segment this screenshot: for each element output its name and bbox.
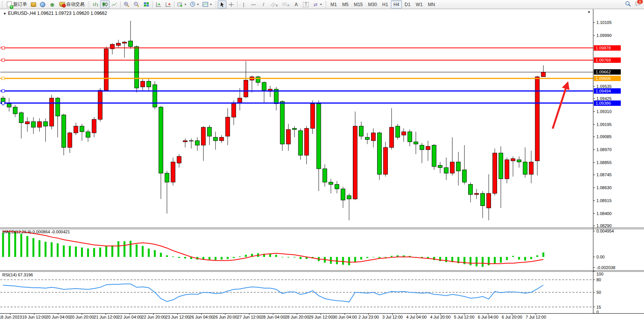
- candle-body[interactable]: [56, 98, 60, 116]
- candle-body[interactable]: [62, 115, 66, 147]
- candle-body[interactable]: [31, 122, 35, 128]
- candle-body[interactable]: [402, 132, 406, 135]
- candle-body[interactable]: [256, 77, 260, 83]
- candle-body[interactable]: [450, 162, 454, 173]
- candle-body[interactable]: [183, 141, 187, 142]
- candle-body[interactable]: [359, 126, 363, 136]
- crosshair-tool-button[interactable]: [226, 0, 236, 8]
- price-line-handle[interactable]: [2, 59, 5, 61]
- candle-body[interactable]: [353, 126, 357, 199]
- line-chart-button[interactable]: [110, 0, 119, 8]
- search-button[interactable]: [625, 1, 631, 8]
- zoom-out-button[interactable]: [132, 0, 142, 8]
- candle-body[interactable]: [462, 170, 467, 182]
- candle-body[interactable]: [92, 120, 96, 133]
- candle-body[interactable]: [165, 173, 169, 182]
- candle-body[interactable]: [134, 46, 139, 88]
- candle-body[interactable]: [395, 126, 400, 137]
- candle-body[interactable]: [201, 127, 206, 145]
- timeframe-d1-button[interactable]: D1: [402, 0, 413, 8]
- candle-body[interactable]: [408, 132, 412, 142]
- horizontal-line-tool[interactable]: —: [249, 0, 258, 8]
- timeframe-mn-button[interactable]: MN: [425, 0, 438, 8]
- candle-body[interactable]: [499, 153, 503, 179]
- periods-button[interactable]: ▾: [188, 0, 201, 8]
- candle-body[interactable]: [329, 182, 333, 185]
- trendline-tool[interactable]: /: [258, 0, 268, 8]
- cursor-tool-button[interactable]: [218, 0, 226, 8]
- candle-body[interactable]: [68, 133, 72, 147]
- candle-body[interactable]: [177, 156, 181, 163]
- candle-body[interactable]: [207, 127, 212, 136]
- candle-body[interactable]: [104, 49, 108, 90]
- candle-body[interactable]: [238, 98, 242, 103]
- candle-body[interactable]: [389, 127, 394, 147]
- candle-body[interactable]: [159, 107, 163, 173]
- candle-body[interactable]: [371, 133, 375, 141]
- price-line-handle[interactable]: [2, 46, 5, 49]
- chart-shift-button[interactable]: [163, 0, 173, 8]
- candle-body[interactable]: [43, 122, 48, 126]
- candle-body[interactable]: [420, 145, 424, 150]
- candle-body[interactable]: [140, 81, 145, 87]
- candle-body[interactable]: [414, 142, 418, 144]
- vertical-line-tool[interactable]: |: [239, 0, 249, 8]
- candle-body[interactable]: [147, 81, 151, 87]
- candle-body[interactable]: [511, 159, 515, 161]
- candle-body[interactable]: [487, 193, 491, 208]
- arrows-tool[interactable]: ⇄ ▾: [311, 0, 324, 8]
- candle-body[interactable]: [37, 122, 41, 128]
- candle-body[interactable]: [444, 167, 448, 173]
- chart-canvas[interactable]: [0, 9, 644, 322]
- candle-body[interactable]: [323, 169, 327, 182]
- timeframe-w1-button[interactable]: W1: [413, 0, 425, 8]
- timeframe-h4-button[interactable]: H4: [391, 0, 402, 8]
- autotrade-button[interactable]: 自动交易: [57, 0, 86, 8]
- candle-body[interactable]: [341, 189, 345, 200]
- text-label-tool[interactable]: T: [301, 0, 311, 8]
- timeframe-m15-button[interactable]: M15: [351, 0, 365, 8]
- bar-chart-button[interactable]: [91, 0, 100, 8]
- timeframe-m1-button[interactable]: M1: [328, 0, 340, 8]
- price-line-handle[interactable]: [2, 77, 5, 80]
- chart-profile-button[interactable]: [29, 0, 38, 8]
- candle-body[interactable]: [74, 126, 78, 133]
- candle-body[interactable]: [426, 146, 430, 150]
- candle-body[interactable]: [189, 141, 193, 141]
- candle-body[interactable]: [304, 128, 309, 155]
- price-line-handle[interactable]: [2, 102, 5, 104]
- channel-tool[interactable]: E: [268, 0, 280, 8]
- candle-body[interactable]: [25, 122, 29, 124]
- chart-plot[interactable]: ▼EURUSD-,H4 1.09621 1.09723 1.09620 1.09…: [0, 9, 644, 322]
- zoom-in-button[interactable]: [122, 0, 132, 8]
- candle-body[interactable]: [365, 137, 370, 140]
- candle-body[interactable]: [244, 80, 248, 97]
- candle-body[interactable]: [456, 162, 461, 171]
- timeframe-h1-button[interactable]: H1: [379, 0, 391, 8]
- indicators-button[interactable]: ▾: [175, 0, 188, 8]
- candle-body[interactable]: [347, 196, 351, 199]
- candle-body[interactable]: [86, 132, 90, 137]
- candle-body[interactable]: [286, 129, 290, 144]
- candle-body[interactable]: [517, 160, 521, 162]
- terminal-button[interactable]: [38, 0, 47, 8]
- new-order-button[interactable]: + 新订单: [4, 0, 29, 8]
- candle-body[interactable]: [195, 141, 199, 145]
- candle-body[interactable]: [377, 133, 381, 174]
- candle-body[interactable]: [311, 104, 315, 128]
- candle-body[interactable]: [80, 126, 84, 132]
- candle-body[interactable]: [475, 193, 479, 194]
- candle-body[interactable]: [535, 77, 539, 161]
- timeframe-m5-button[interactable]: M5: [340, 0, 351, 8]
- timeframe-m30-button[interactable]: M30: [365, 0, 379, 8]
- candle-body[interactable]: [298, 131, 303, 155]
- chart-corner-marker-icon[interactable]: ▼: [587, 10, 591, 14]
- candle-body[interactable]: [153, 84, 157, 107]
- templates-button[interactable]: ▾: [201, 0, 214, 8]
- price-line-handle[interactable]: [2, 89, 5, 92]
- auto-scroll-button[interactable]: [154, 0, 163, 8]
- candle-body[interactable]: [383, 147, 387, 174]
- collapse-triangle-icon[interactable]: ▼: [3, 12, 6, 16]
- tile-windows-button[interactable]: [142, 0, 151, 8]
- candle-body[interactable]: [541, 72, 545, 77]
